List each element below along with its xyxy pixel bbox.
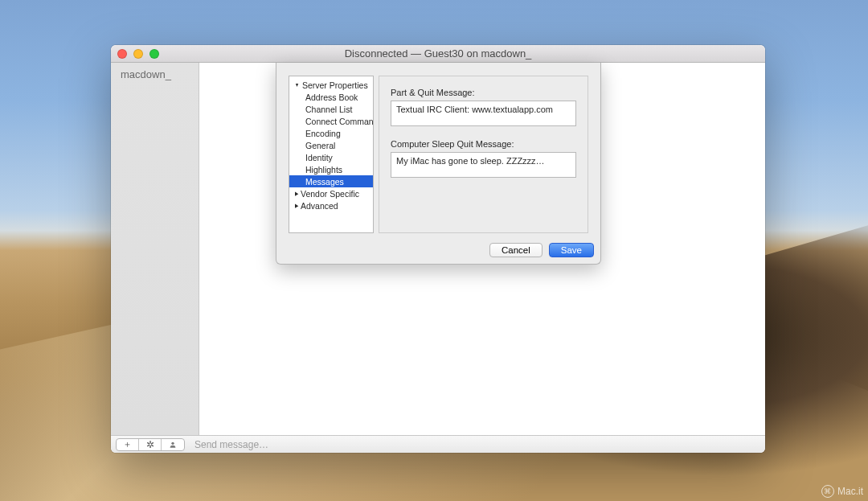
main-area: Server Properties Address Book Channel L… [199,63,765,435]
tree-advanced[interactable]: Advanced [289,199,373,211]
watermark-text: Mac.it [837,486,863,497]
server-sidebar: macdown_ [111,63,199,435]
tree-identity[interactable]: Identity [289,151,373,163]
message-input[interactable]: Send message… [191,438,760,451]
titlebar: Disconnected — Guest30 on macdown_ [111,45,765,63]
save-button[interactable]: Save [549,243,594,257]
sleep-quit-input[interactable] [391,152,576,178]
tree-server-properties[interactable]: Server Properties [289,79,373,91]
tree-encoding[interactable]: Encoding [289,127,373,139]
tree-connect-commands[interactable]: Connect Commands [289,115,373,127]
form-panel: Part & Quit Message: Computer Sleep Quit… [379,76,588,233]
bottombar-buttons: ＋ ✲ [116,438,185,451]
add-button[interactable]: ＋ [117,439,139,450]
preferences-sheet: Server Properties Address Book Channel L… [276,63,601,265]
tree-highlights[interactable]: Highlights [289,163,373,175]
gear-icon: ✲ [146,439,154,450]
minimize-icon[interactable] [133,49,143,59]
part-quit-input[interactable] [391,101,576,126]
tree-address-book[interactable]: Address Book [289,91,373,103]
watermark-icon: ⌘ [821,485,834,498]
user-button[interactable] [162,439,184,450]
app-window: Disconnected — Guest30 on macdown_ macdo… [111,45,765,453]
maximize-icon[interactable] [149,49,159,59]
svg-point-0 [171,441,174,444]
cancel-button[interactable]: Cancel [489,243,542,257]
tree-general[interactable]: General [289,139,373,151]
sleep-quit-label: Computer Sleep Quit Message: [391,139,576,149]
window-title: Disconnected — Guest30 on macdown_ [111,47,765,60]
tree-vendor-specific[interactable]: Vendor Specific [289,187,373,199]
nav-tree: Server Properties Address Book Channel L… [289,76,374,233]
part-quit-label: Part & Quit Message: [391,88,576,97]
tree-channel-list[interactable]: Channel List [289,103,373,115]
sidebar-item-server[interactable]: macdown_ [111,66,199,83]
bottombar: ＋ ✲ Send message… [111,435,765,453]
close-icon[interactable] [117,49,127,59]
settings-button[interactable]: ✲ [139,439,162,450]
watermark: ⌘ Mac.it [821,485,863,498]
user-icon [169,441,177,449]
tree-messages[interactable]: Messages [289,175,373,187]
plus-icon: ＋ [123,438,132,450]
